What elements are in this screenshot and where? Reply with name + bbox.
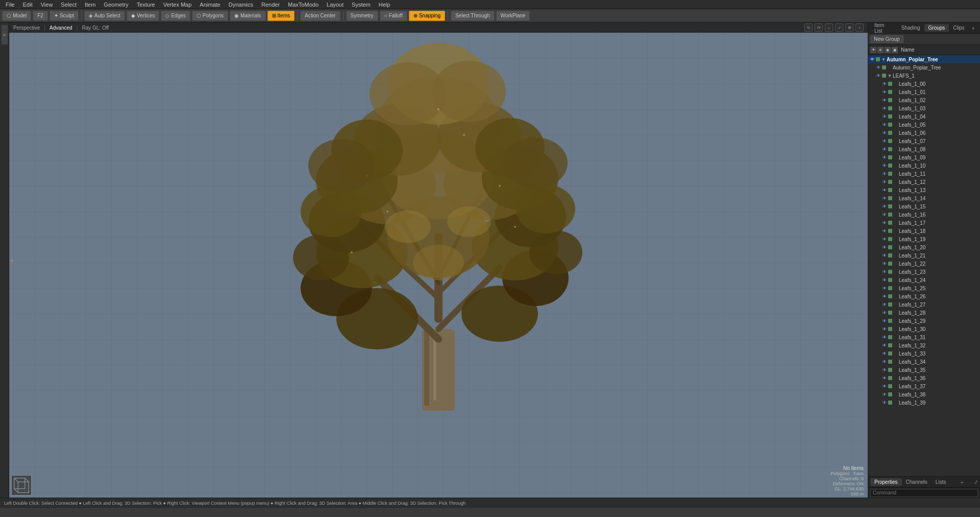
list-item[interactable]: 👁Leafs_1_25 — [868, 284, 980, 292]
menu-edit[interactable]: Edit — [19, 1, 36, 8]
viewport-icon-search[interactable]: ⌕ — [825, 24, 833, 32]
list-item[interactable]: 👁Leafs_1_16 — [868, 210, 980, 219]
menu-system[interactable]: System — [348, 1, 374, 8]
menu-render[interactable]: Render — [258, 1, 283, 8]
falloff-btn[interactable]: ○ Falloff — [380, 11, 407, 21]
f2-btn[interactable]: F2 — [33, 11, 48, 21]
list-item[interactable]: 👁Leafs_1_03 — [868, 104, 980, 112]
tab-item-list[interactable]: Item List — [870, 21, 897, 35]
raygl-toggle[interactable]: Ray GL: Off — [82, 25, 109, 31]
bottom-tab-channels[interactable]: Channels — [902, 478, 932, 486]
list-item[interactable]: 👁Leafs_1_34 — [868, 358, 980, 366]
list-item[interactable]: 👁Leafs_1_24 — [868, 276, 980, 284]
viewport-icon-settings[interactable]: ⚙ — [845, 24, 853, 32]
list-item[interactable]: 👁Leafs_1_09 — [868, 153, 980, 161]
menu-dynamics[interactable]: Dynamics — [225, 1, 257, 8]
workplane-btn[interactable]: WorkPlane — [496, 11, 530, 21]
list-item[interactable]: 👁Leafs_1_37 — [868, 382, 980, 390]
list-item[interactable]: 👁Leafs_1_31 — [868, 333, 980, 341]
bottom-tab-lists[interactable]: Lists — [932, 478, 950, 486]
menu-select[interactable]: Select — [57, 1, 80, 8]
tab-shading[interactable]: Shading — [897, 24, 924, 32]
perspective-toggle[interactable]: Perspective — [13, 25, 40, 31]
list-item[interactable]: 👁Leafs_1_26 — [868, 292, 980, 300]
list-item[interactable]: 👁Leafs_1_27 — [868, 300, 980, 309]
symmetry-btn[interactable]: Symmetry — [346, 11, 378, 21]
list-item[interactable]: 👁Leafs_1_21 — [868, 251, 980, 260]
groups-icon-display[interactable]: ▣ — [892, 47, 898, 53]
menu-file[interactable]: File — [2, 1, 18, 8]
list-item[interactable]: 👁Leafs_1_29 — [868, 317, 980, 325]
tab-add-btn[interactable]: + — [969, 24, 978, 32]
list-item[interactable]: 👁Leafs_1_06 — [868, 129, 980, 137]
list-item[interactable]: 👁Leafs_1_36 — [868, 374, 980, 382]
viewport-icon-refresh[interactable]: ⟳ — [815, 24, 823, 32]
list-item[interactable]: 👁▼Autumn_Poplar_Tree — [868, 55, 980, 63]
menu-help[interactable]: Help — [375, 1, 394, 8]
bottom-expand-icon[interactable]: ⤢ — [974, 479, 978, 485]
sculpt-btn[interactable]: ✦ Sculpt — [50, 11, 79, 21]
vertices-btn[interactable]: ◆ Vertices — [127, 11, 160, 21]
list-item[interactable]: 👁Leafs_1_15 — [868, 202, 980, 210]
groups-icon-render[interactable]: ◉ — [885, 47, 891, 53]
list-item[interactable]: 👁Leafs_1_22 — [868, 260, 980, 268]
bottom-tab-properties[interactable]: Properties — [870, 478, 902, 486]
list-item[interactable]: 👁Leafs_1_38 — [868, 390, 980, 398]
list-item[interactable]: 👁Leafs_1_17 — [868, 219, 980, 227]
list-item[interactable]: 👁Leafs_1_12 — [868, 178, 980, 186]
polygons-btn[interactable]: ⬡ Polygons — [192, 11, 228, 21]
menu-layout[interactable]: Layout — [323, 1, 347, 8]
viewport-icon-expand[interactable]: ⤢ — [835, 24, 843, 32]
groups-list[interactable]: 👁▼Autumn_Poplar_Tree👁Autumn_Poplar_Tree👁… — [868, 55, 980, 476]
items-btn[interactable]: ⊞ Items — [267, 11, 295, 21]
list-item[interactable]: 👁Leafs_1_10 — [868, 161, 980, 170]
list-item[interactable]: 👁Leafs_1_13 — [868, 186, 980, 194]
menu-texture[interactable]: Texture — [133, 1, 159, 8]
menu-maxtomodo[interactable]: MaxToModo — [284, 1, 322, 8]
select-through-btn[interactable]: Select Through — [451, 11, 495, 21]
list-item[interactable]: 👁Leafs_1_20 — [868, 243, 980, 251]
list-item[interactable]: 👁Leafs_1_28 — [868, 309, 980, 317]
command-input[interactable] — [870, 489, 978, 497]
mode-model-btn[interactable]: ⬡ Model — [2, 11, 31, 21]
list-item[interactable]: 👁Leafs_1_04 — [868, 112, 980, 121]
list-item[interactable]: 👁Leafs_1_08 — [868, 145, 980, 153]
viewport-nav-cube[interactable] — [11, 475, 32, 496]
list-item[interactable]: 👁Leafs_1_02 — [868, 96, 980, 104]
tab-groups[interactable]: Groups — [924, 24, 949, 32]
list-item[interactable]: 👁Autumn_Poplar_Tree — [868, 63, 980, 72]
list-item[interactable]: 👁Leafs_1_07 — [868, 137, 980, 145]
viewport[interactable]: Perspective | Advanced | Ray GL: Off ↻ ⟳… — [9, 22, 868, 498]
edges-btn[interactable]: ◇ Edges — [161, 11, 190, 21]
list-item[interactable]: 👁Leafs_1_18 — [868, 227, 980, 235]
menu-animate[interactable]: Animate — [196, 1, 224, 8]
list-item[interactable]: 👁Leafs_1_35 — [868, 366, 980, 374]
list-item[interactable]: 👁Leafs_1_01 — [868, 88, 980, 96]
advanced-toggle[interactable]: Advanced — [50, 25, 72, 31]
list-item[interactable]: 👁Leafs_1_32 — [868, 341, 980, 349]
list-item[interactable]: 👁Leafs_1_00 — [868, 80, 980, 88]
list-item[interactable]: 👁Leafs_1_23 — [868, 268, 980, 276]
bottom-tab-add[interactable]: + — [957, 478, 966, 486]
viewport-icon-rotate[interactable]: ↻ — [804, 24, 813, 32]
list-item[interactable]: 👁Leafs_1_14 — [868, 194, 980, 202]
list-item[interactable]: 👁Leafs_1_05 — [868, 121, 980, 129]
menu-view[interactable]: View — [37, 1, 57, 8]
list-item[interactable]: 👁Leafs_1_19 — [868, 235, 980, 243]
menu-geometry[interactable]: Geometry — [100, 1, 132, 8]
tab-clips[interactable]: Clips — [949, 24, 968, 32]
list-item[interactable]: 👁Leafs_1_11 — [868, 170, 980, 178]
menu-item[interactable]: Item — [81, 1, 99, 8]
list-item[interactable]: 👁Leafs_1_30 — [868, 325, 980, 333]
menu-vertex-map[interactable]: Vertex Map — [160, 1, 195, 8]
action-center-btn[interactable]: Action Center — [300, 11, 340, 21]
viewport-icon-close[interactable]: + — [855, 24, 864, 32]
list-item[interactable]: 👁▼LEAFS_1 — [868, 72, 980, 80]
auto-select-btn[interactable]: ◈ Auto Select — [84, 11, 125, 21]
list-item[interactable]: 👁Leafs_1_33 — [868, 349, 980, 358]
groups-icon-eye[interactable]: 👁 — [870, 47, 876, 53]
list-item[interactable]: 👁Leafs_1_39 — [868, 398, 980, 407]
materials-btn[interactable]: ◉ Materials — [230, 11, 266, 21]
groups-icon-lock[interactable]: ⊕ — [877, 47, 884, 53]
viewport-left-arrow[interactable]: ◀ — [9, 257, 13, 263]
